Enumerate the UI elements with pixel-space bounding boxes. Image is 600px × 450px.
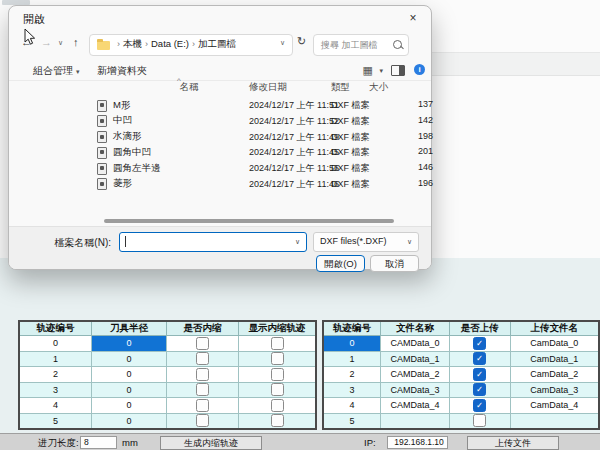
cell-upload-name[interactable] bbox=[510, 413, 599, 429]
info-icon[interactable]: i bbox=[414, 64, 425, 75]
cell-tool-radius[interactable]: 0 bbox=[92, 336, 167, 352]
cell-track-id[interactable]: 2 bbox=[323, 367, 381, 383]
cell-file-name[interactable] bbox=[381, 413, 450, 429]
cell-upload-name[interactable]: CamData_2 bbox=[510, 367, 599, 383]
upload-file-button[interactable]: 上传文件 bbox=[467, 436, 559, 450]
breadcrumb[interactable]: ›本機›Data (E:)›加工圖檔 ∨ bbox=[89, 34, 293, 56]
view-mode-caret-icon[interactable]: ▾ bbox=[379, 67, 383, 75]
file-row[interactable]: 水滴形2024/12/17 上午 11:49DXF 檔案198 bbox=[9, 129, 431, 145]
cell-tool-radius[interactable]: 0 bbox=[92, 367, 167, 383]
checkbox-show-track[interactable] bbox=[271, 383, 284, 396]
checkbox-upload[interactable]: ✓ bbox=[473, 383, 486, 396]
open-button[interactable]: 開啟(O) bbox=[316, 255, 365, 272]
cell-file-name[interactable]: CAMData_1 bbox=[381, 351, 450, 367]
cell-track-id[interactable]: 4 bbox=[323, 398, 381, 414]
cell-track-id[interactable]: 0 bbox=[19, 336, 92, 352]
checkbox-upload[interactable]: ✓ bbox=[473, 368, 486, 381]
table-row: 1CAMData_1✓CamData_1 bbox=[323, 351, 599, 367]
history-caret-icon[interactable]: ∨ bbox=[58, 39, 63, 47]
checkbox-shrink[interactable] bbox=[196, 383, 209, 396]
cell-track-id[interactable]: 3 bbox=[19, 382, 92, 398]
cell-track-id[interactable]: 2 bbox=[19, 367, 92, 383]
view-mode-icon[interactable]: ▦ bbox=[363, 64, 373, 77]
file-row[interactable]: M形2024/12/17 上午 11:51DXF 檔案137 bbox=[9, 97, 431, 113]
breadcrumb-item[interactable]: Data (E:) bbox=[151, 38, 189, 49]
breadcrumb-caret-icon[interactable]: ∨ bbox=[280, 39, 285, 47]
filetype-select[interactable]: DXF files(*.DXF) ∨ bbox=[313, 232, 419, 252]
close-icon[interactable]: × bbox=[405, 10, 421, 26]
checkbox-show-track[interactable] bbox=[271, 337, 284, 350]
cell-track-id[interactable]: 5 bbox=[19, 413, 92, 429]
cell-upload-name[interactable]: CamData_3 bbox=[510, 382, 599, 398]
breadcrumb-item[interactable]: 本機 bbox=[123, 38, 142, 49]
search-input[interactable]: 搜尋 加工圖檔 bbox=[313, 34, 409, 56]
checkbox-upload[interactable]: ✓ bbox=[473, 399, 486, 412]
column-header-type[interactable]: 類型 bbox=[331, 81, 350, 94]
forward-icon[interactable]: → bbox=[41, 36, 52, 48]
dxf-file-icon bbox=[97, 115, 107, 127]
new-folder-button[interactable]: 新增資料夾 bbox=[97, 64, 147, 78]
column-header-name[interactable]: 名稱 bbox=[159, 81, 219, 94]
cell-track-id[interactable]: 1 bbox=[323, 351, 381, 367]
bottom-bar: 进刀长度: 8 mm 生成内缩轨迹 IP: 192.168.1.10 上传文件 bbox=[0, 433, 600, 450]
filename-caret-icon[interactable]: ∨ bbox=[295, 238, 300, 246]
breadcrumb-item[interactable]: 加工圖檔 bbox=[198, 38, 236, 49]
checkbox-shrink[interactable] bbox=[196, 414, 209, 427]
filename-input[interactable]: ∨ bbox=[119, 232, 307, 252]
cell-file-name[interactable]: CAMData_4 bbox=[381, 398, 450, 414]
checkbox-shrink[interactable] bbox=[196, 399, 209, 412]
file-row[interactable]: 中凹2024/12/17 上午 11:52DXF 檔案142 bbox=[9, 113, 431, 129]
checkbox-show-track[interactable] bbox=[271, 414, 284, 427]
ip-input[interactable]: 192.168.1.10 bbox=[387, 436, 448, 449]
checkbox-show-track[interactable] bbox=[271, 368, 284, 381]
cell-track-id[interactable]: 0 bbox=[323, 336, 381, 352]
cell-track-id[interactable]: 4 bbox=[19, 398, 92, 414]
text-caret bbox=[125, 236, 126, 247]
checkbox-upload[interactable]: ✓ bbox=[473, 337, 486, 350]
breadcrumb-separator-icon: › bbox=[192, 39, 195, 49]
generate-track-button[interactable]: 生成内缩轨迹 bbox=[160, 436, 262, 450]
table-row: 00 bbox=[19, 336, 316, 352]
column-header-size[interactable]: 大小 bbox=[369, 81, 388, 94]
refresh-icon[interactable]: ↻ bbox=[297, 35, 306, 48]
up-icon[interactable]: ↑ bbox=[73, 36, 79, 48]
checkbox-show-track[interactable] bbox=[271, 399, 284, 412]
horizontal-scrollbar[interactable] bbox=[104, 219, 394, 223]
cell-track-id[interactable]: 5 bbox=[323, 413, 381, 429]
file-name: M形 bbox=[113, 99, 130, 112]
cell-tool-radius[interactable]: 0 bbox=[92, 398, 167, 414]
feed-length-input[interactable]: 8 bbox=[80, 436, 117, 449]
cell-file-name[interactable]: CAMData_0 bbox=[381, 336, 450, 352]
cell-upload-name[interactable]: CamData_1 bbox=[510, 351, 599, 367]
checkbox-cell: ✓ bbox=[449, 382, 510, 398]
checkbox-upload[interactable] bbox=[473, 414, 486, 427]
organize-button[interactable]: 組合管理▾ bbox=[33, 64, 80, 78]
checkbox-upload[interactable]: ✓ bbox=[473, 352, 486, 365]
checkbox-cell bbox=[167, 413, 239, 429]
checkbox-shrink[interactable] bbox=[196, 337, 209, 350]
checkbox-cell bbox=[239, 351, 317, 367]
cell-file-name[interactable]: CAMData_3 bbox=[381, 382, 450, 398]
filetype-caret-icon[interactable]: ∨ bbox=[407, 238, 412, 246]
cell-tool-radius[interactable]: 0 bbox=[92, 413, 167, 429]
column-headers: ^ 名稱 修改日期 類型 大小 bbox=[9, 81, 431, 96]
column-header-date[interactable]: 修改日期 bbox=[249, 81, 287, 94]
checkbox-shrink[interactable] bbox=[196, 352, 209, 365]
dxf-file-icon bbox=[97, 147, 107, 159]
checkbox-shrink[interactable] bbox=[196, 368, 209, 381]
cell-track-id[interactable]: 3 bbox=[323, 382, 381, 398]
cancel-button[interactable]: 取消 bbox=[370, 255, 419, 272]
cell-tool-radius[interactable]: 0 bbox=[92, 382, 167, 398]
cell-tool-radius[interactable]: 0 bbox=[92, 351, 167, 367]
cell-upload-name[interactable]: CamData_0 bbox=[510, 336, 599, 352]
cell-track-id[interactable]: 1 bbox=[19, 351, 92, 367]
preview-pane-icon[interactable] bbox=[391, 65, 405, 76]
cell-file-name[interactable]: CAMData_2 bbox=[381, 367, 450, 383]
file-row[interactable]: 菱形2024/12/17 上午 11:46DXF 檔案196 bbox=[9, 176, 431, 192]
checkbox-cell: ✓ bbox=[449, 398, 510, 414]
file-row[interactable]: 圓角左半邊2024/12/17 上午 11:56DXF 檔案146 bbox=[9, 160, 431, 176]
checkbox-show-track[interactable] bbox=[271, 352, 284, 365]
cell-upload-name[interactable]: CamData_4 bbox=[510, 398, 599, 414]
file-row[interactable]: 圓角中凹2024/12/17 上午 11:45DXF 檔案201 bbox=[9, 144, 431, 160]
breadcrumb-path[interactable]: ›本機›Data (E:)›加工圖檔 bbox=[114, 38, 236, 51]
